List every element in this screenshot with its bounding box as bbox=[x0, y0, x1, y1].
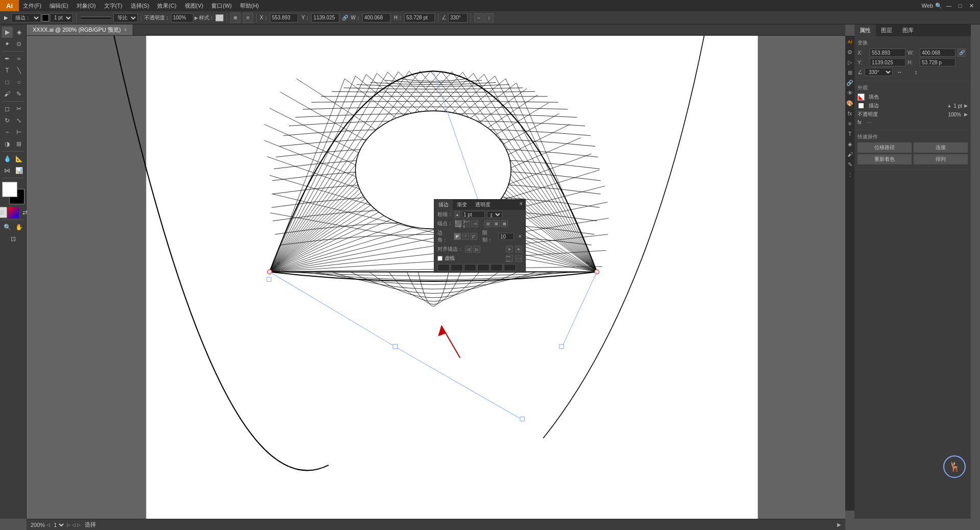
menu-view[interactable]: 视图(V) bbox=[181, 0, 208, 11]
weight-unit-select[interactable]: pt bbox=[487, 211, 502, 218]
maximize-button[interactable]: □ bbox=[955, 1, 965, 10]
measure-tool[interactable]: 📐 bbox=[13, 153, 24, 164]
stroke-panel-close[interactable]: ✕ bbox=[518, 201, 524, 207]
dash3-input[interactable] bbox=[491, 264, 503, 271]
opacity-panel-arrow[interactable]: ▶ bbox=[964, 112, 968, 117]
close-button[interactable]: ✕ bbox=[967, 1, 976, 10]
h-input[interactable] bbox=[404, 13, 435, 22]
eye-panel-icon[interactable]: 👁 bbox=[846, 89, 854, 97]
align-stroke-outside-icon[interactable]: ⊠ bbox=[501, 220, 508, 227]
brush-panel-icon[interactable]: 🖌 bbox=[846, 150, 854, 158]
zoom-next[interactable]: ▷ bbox=[67, 522, 70, 527]
menu-help[interactable]: 帮助(H) bbox=[236, 0, 263, 11]
handle2[interactable] bbox=[559, 344, 564, 348]
chart-tool[interactable]: 📊 bbox=[13, 165, 24, 176]
more-align2-icon[interactable]: ≡ bbox=[515, 246, 522, 253]
menu-window[interactable]: 窗口(W) bbox=[207, 0, 236, 11]
gap1-input[interactable] bbox=[451, 264, 463, 271]
layers-tab[interactable]: 图层 bbox=[876, 25, 897, 36]
angle-input[interactable] bbox=[448, 13, 468, 22]
align-icon[interactable]: ≡ bbox=[243, 13, 253, 23]
selection-tool-icon[interactable]: ▶ bbox=[2, 14, 10, 21]
lasso-tool[interactable]: ⊙ bbox=[13, 38, 24, 50]
y-input[interactable] bbox=[311, 13, 339, 22]
zoom-select[interactable]: 1 bbox=[52, 521, 65, 528]
align-stroke-center-icon[interactable]: ⊟ bbox=[484, 220, 492, 227]
transform-y-input[interactable] bbox=[870, 58, 905, 66]
user-avatar[interactable]: 🦌 bbox=[943, 455, 966, 478]
gradient-tab[interactable]: 渐变 bbox=[453, 200, 471, 210]
x-input[interactable] bbox=[270, 13, 298, 22]
properties-tab[interactable]: 属性 bbox=[854, 25, 876, 36]
none-fill-btn[interactable]: ⊘ bbox=[0, 207, 7, 218]
fill-swatch[interactable] bbox=[857, 93, 865, 101]
menu-object[interactable]: 对象(O) bbox=[72, 0, 100, 11]
search-label[interactable]: 🔍 bbox=[935, 3, 942, 9]
transform-h-input[interactable] bbox=[920, 58, 955, 66]
menu-effect[interactable]: 效果(C) bbox=[153, 0, 180, 11]
menu-select[interactable]: 选择(S) bbox=[127, 0, 154, 11]
eyedropper-tool[interactable]: 💧 bbox=[2, 153, 13, 164]
link-panel-icon[interactable]: 🔗 bbox=[846, 79, 854, 87]
hand-tool[interactable]: ✋ bbox=[13, 222, 24, 233]
handle4[interactable] bbox=[520, 417, 524, 421]
blend-tool[interactable]: ⋈ bbox=[2, 165, 13, 176]
brush-tool[interactable]: 🖌 bbox=[2, 88, 13, 100]
symbol-panel-icon[interactable]: ◈ bbox=[846, 140, 854, 148]
library-tab[interactable]: 图库 bbox=[897, 25, 919, 36]
dash-type2[interactable]: · · · bbox=[515, 255, 522, 262]
corner-bevel-icon[interactable]: ◸ bbox=[470, 233, 477, 240]
zoom-prev[interactable]: ◁ bbox=[46, 522, 50, 527]
type-panel-icon[interactable]: T bbox=[846, 130, 854, 138]
align-stroke-inside-icon[interactable]: ⊞ bbox=[493, 220, 500, 227]
stroke-preset-dropdown[interactable]: 描边： bbox=[11, 13, 41, 22]
opacity-arrow[interactable]: ▶ bbox=[194, 15, 198, 20]
align-left-icon[interactable]: ◁ bbox=[465, 246, 472, 253]
warp-tool[interactable]: ~ bbox=[2, 127, 13, 138]
cap-square-icon[interactable]: ⊣ bbox=[471, 220, 478, 227]
doc-tab-active[interactable]: XXXX.ai @ 200% (RGB/GPU 预览) × bbox=[27, 24, 133, 35]
more-panel-icon[interactable]: ⋮ bbox=[846, 171, 854, 179]
text-tool[interactable]: T bbox=[2, 65, 13, 76]
stroke-chevron[interactable]: ▶ bbox=[964, 103, 968, 108]
dashed-checkbox[interactable] bbox=[437, 256, 443, 261]
curvature-tool[interactable]: ≈ bbox=[13, 53, 24, 64]
direct-select-tool[interactable]: ◈ bbox=[13, 27, 24, 38]
corner-close-icon[interactable]: ✕ bbox=[518, 234, 522, 239]
main-canvas[interactable] bbox=[27, 36, 845, 519]
gap3-input[interactable] bbox=[504, 264, 516, 271]
scale-tool[interactable]: ⤡ bbox=[13, 115, 24, 126]
style-swatch[interactable] bbox=[215, 14, 224, 21]
stroke-tab[interactable]: 描边 bbox=[434, 200, 453, 210]
dash1-input[interactable] bbox=[437, 264, 450, 271]
angle-select[interactable]: 330° bbox=[865, 68, 893, 76]
offset-path-button[interactable]: 位移路径 bbox=[857, 142, 912, 153]
recolor-button[interactable]: 重新着色 bbox=[857, 154, 912, 164]
dash2-input[interactable] bbox=[464, 264, 476, 271]
arrange-button[interactable]: 排列 bbox=[914, 154, 968, 164]
transform-x-input[interactable] bbox=[870, 49, 905, 57]
foreground-color-box[interactable] bbox=[2, 182, 17, 197]
fx-more[interactable]: ⋯ bbox=[867, 119, 872, 125]
cap-butt-icon[interactable]: |—| bbox=[455, 220, 462, 227]
ai-icon[interactable]: Ai bbox=[846, 38, 854, 46]
transform-panel-icon[interactable]: ⊞ bbox=[846, 68, 854, 77]
mesh-tool[interactable]: ⊞ bbox=[13, 138, 24, 150]
fx-panel-icon[interactable]: fx bbox=[846, 109, 854, 117]
ellipse-tool[interactable]: ○ bbox=[13, 77, 24, 88]
join-button[interactable]: 连接 bbox=[914, 142, 968, 153]
more-align-icon[interactable]: ≡ bbox=[506, 246, 513, 253]
line-tool[interactable]: ╲ bbox=[13, 65, 24, 76]
eraser-tool[interactable]: ◻ bbox=[2, 103, 13, 114]
canvas-area[interactable] bbox=[27, 36, 845, 519]
corner-miter-icon[interactable]: ◤ bbox=[454, 233, 461, 240]
stroke-swatch-panel[interactable] bbox=[857, 102, 865, 109]
stroke-width-dropdown[interactable]: 1 pt bbox=[50, 13, 73, 22]
menu-text[interactable]: 文字(T) bbox=[100, 0, 127, 11]
minimize-button[interactable]: — bbox=[944, 1, 953, 10]
menu-edit[interactable]: 编辑(E) bbox=[45, 0, 72, 11]
swap-colors-btn[interactable]: ⇄ bbox=[19, 207, 31, 218]
scissors-tool[interactable]: ✂ bbox=[13, 103, 24, 114]
magic-wand-tool[interactable]: ✦ bbox=[2, 38, 13, 50]
tab-close-btn[interactable]: × bbox=[124, 27, 127, 33]
